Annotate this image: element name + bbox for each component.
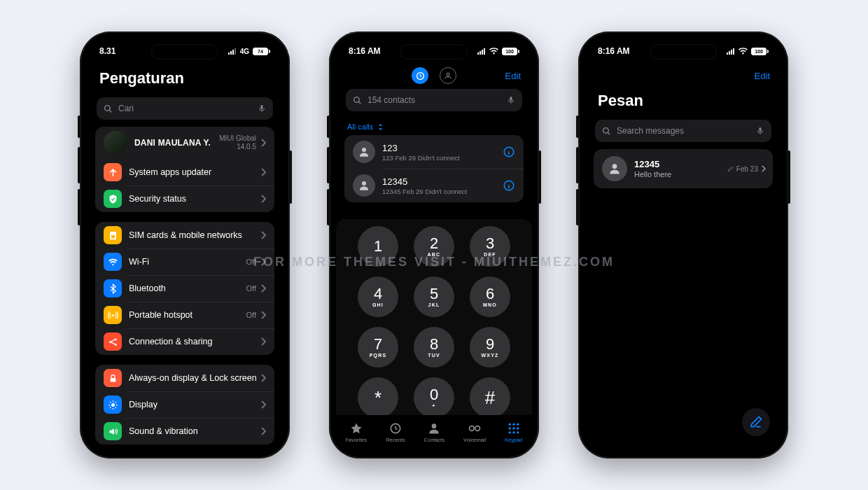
dial-key-6[interactable]: 6MNO [470,276,510,317]
thread-row[interactable]: 12345Hello thereFeb 23 [594,149,773,188]
svg-point-20 [354,97,360,102]
dial-key-*[interactable]: * [358,377,398,418]
call-row[interactable]: 1234512345 Feb 29 Didn't connect [344,169,524,202]
svg-point-4 [105,105,111,111]
svg-rect-7 [111,234,115,237]
settings-row[interactable]: Security status [95,186,274,212]
dial-key-9[interactable]: 9WXYZ [470,327,510,368]
dial-key-number: 5 [430,286,438,302]
filter-label: All calls [347,122,373,131]
notch [650,44,717,59]
search-field[interactable] [617,126,750,136]
wifi-icon [104,253,122,271]
dial-key-number: 3 [486,236,494,251]
tab-favorites[interactable]: Favorites [345,421,367,443]
settings-row-label: Sound & vibration [129,426,260,437]
tab-voicemail[interactable]: Voicemail [463,421,486,443]
svg-point-13 [111,403,115,407]
settings-row-value: Off [246,311,256,319]
edit-button[interactable]: Edit [755,71,770,81]
svg-point-19 [447,73,449,76]
notch [400,44,468,59]
dial-key-number: 4 [374,286,382,302]
search-icon [602,127,611,136]
calls-filter[interactable]: All calls [336,118,532,135]
compose-icon [749,415,763,429]
search-input[interactable] [97,97,273,120]
dial-key-5[interactable]: 5JKL [414,276,454,317]
tab-recents[interactable]: Recents [386,421,405,443]
svg-point-37 [512,431,514,433]
search-field[interactable] [368,95,501,105]
svg-point-8 [111,314,113,316]
svg-point-31 [512,423,514,425]
chevron-right-icon [260,258,266,266]
compose-button[interactable] [742,408,770,436]
dial-key-8[interactable]: 8TUV [414,327,454,368]
profile-row[interactable]: DANI MAULANA Y. MIUI Global14.0.5 [95,127,274,159]
tab-keypad[interactable]: Keypad [505,421,522,443]
bluetooth-icon [104,279,122,298]
notch [151,44,218,59]
tab-icon [427,421,441,435]
chevron-right-icon [260,374,266,382]
sim-icon [104,226,122,244]
dial-key-4[interactable]: 4GHI [358,276,398,317]
battery-icon: 100 [751,48,766,55]
svg-point-45 [612,164,617,169]
page-title: Pengaturan [87,64,283,94]
dial-key-letters: DEF [484,252,496,257]
dial-key-#[interactable]: # [470,377,510,418]
dial-key-7[interactable]: 7PQRS [358,327,398,368]
svg-rect-42 [733,48,734,55]
settings-row[interactable]: System apps updater [95,159,274,186]
settings-row[interactable]: Connection & sharing [95,328,274,355]
thread-name: 12345 [634,159,727,169]
settings-row-label: System apps updater [129,167,260,178]
settings-row[interactable]: SIM cards & mobile networks [95,222,274,248]
dial-key-number: # [485,388,495,407]
settings-row[interactable]: Display [95,391,274,418]
edit-button[interactable]: Edit [505,71,521,81]
chevron-right-icon [260,337,266,346]
settings-row[interactable]: BluetoothOff [95,275,274,302]
call-row[interactable]: 123123 Feb 29 Didn't connect [344,135,524,169]
dial-key-number: 8 [430,337,438,352]
info-icon[interactable] [503,179,515,192]
dial-key-1[interactable]: 1 [358,226,398,267]
dial-key-2[interactable]: 2ABC [414,226,454,267]
avatar [602,156,627,181]
settings-row[interactable]: Wi-FiOff [95,248,274,275]
contacts-search[interactable] [346,89,522,111]
avatar [353,174,375,197]
settings-row[interactable]: Sound & vibration [95,418,274,444]
search-field[interactable] [118,104,252,113]
mic-icon[interactable] [258,104,266,113]
svg-line-21 [358,102,360,104]
svg-rect-41 [731,50,732,55]
messages-search[interactable] [595,120,771,142]
settings-row[interactable]: Portable hotspotOff [95,302,274,328]
phone-settings: 8.31 4G 74 Pengaturan DANI MAULANA Y. MI… [80,31,290,458]
dial-key-letters: ABC [428,252,441,257]
tab-recents-pill[interactable] [412,67,428,84]
svg-point-33 [508,427,510,429]
tab-contacts[interactable]: Contacts [424,421,445,443]
tab-bar: FavoritesRecentsContactsVoicemailKeypad [336,415,532,451]
tab-contacts-pill[interactable] [440,67,456,84]
dial-key-letters: + [432,403,435,408]
settings-row[interactable]: Always-on display & Lock screen [95,365,274,391]
dial-key-3[interactable]: 3DEF [470,226,510,267]
chevron-right-icon [260,168,266,176]
dial-key-0[interactable]: 0+ [414,377,454,418]
mic-icon[interactable] [507,95,515,105]
dial-key-number: 0 [430,387,438,402]
settings-row-value: Off [246,258,256,266]
dial-key-letters: JKL [428,302,440,307]
chevron-right-icon [260,231,266,239]
svg-rect-1 [230,51,232,55]
dial-key-letters: GHI [372,302,384,307]
chevron-right-icon [260,195,266,203]
mic-icon[interactable] [756,126,764,136]
info-icon[interactable] [503,146,515,158]
